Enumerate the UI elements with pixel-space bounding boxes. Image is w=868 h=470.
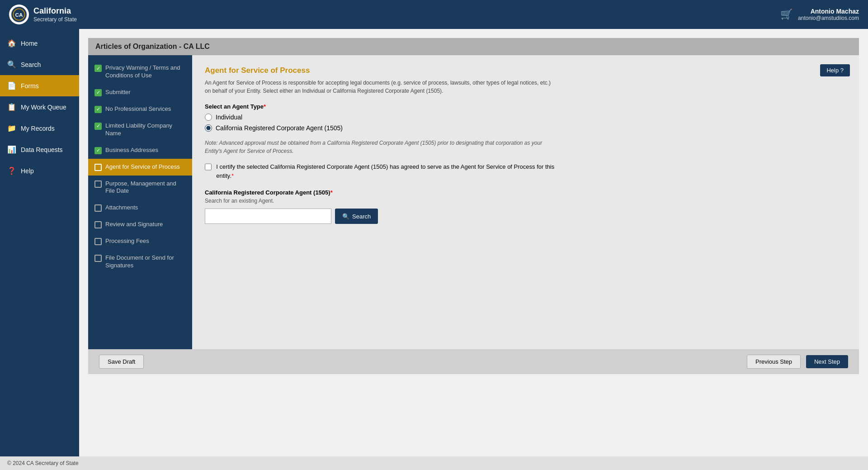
agent-search-input[interactable]	[205, 209, 331, 224]
step-attachments[interactable]: Attachments	[88, 199, 192, 216]
step-checkbox-llc-name: ✓	[94, 123, 102, 130]
org-subtitle: Secretary of State	[33, 16, 77, 23]
sidebar-label-forms: Forms	[21, 82, 39, 90]
logo-circle: CA	[9, 5, 29, 24]
step-processing-fees[interactable]: Processing Fees	[88, 233, 192, 250]
page-title: Articles of Organization - CA LLC	[95, 43, 210, 50]
step-checkbox-processing-fees	[94, 238, 102, 245]
step-label-privacy: Privacy Warning / Terms and Conditions o…	[105, 64, 186, 80]
agent-field-label: California Registered Corporate Agent (1…	[205, 189, 846, 196]
sidebar: 🏠 Home 🔍 Search 📄 Forms 📋 My Work Queue …	[0, 29, 79, 456]
step-label-review-signature: Review and Signature	[105, 221, 163, 228]
agent-search-row: 🔍 Search	[205, 209, 846, 224]
sidebar-label-data-requests: Data Requests	[21, 146, 63, 153]
step-label-processing-fees: Processing Fees	[105, 237, 149, 245]
header-user: 🛒 Antonio Machaz antonio@amstudiios.com	[780, 8, 859, 21]
sidebar-label-help: Help	[21, 167, 34, 175]
sidebar-item-forms[interactable]: 📄 Forms	[0, 75, 79, 96]
step-checkbox-review-signature	[94, 221, 102, 228]
radio-corp-agent-input[interactable]	[205, 124, 212, 132]
sidebar-item-search[interactable]: 🔍 Search	[0, 54, 79, 75]
user-info: Antonio Machaz antonio@amstudiios.com	[798, 8, 859, 21]
sidebar-label-search: Search	[21, 61, 41, 68]
step-checkbox-submitter: ✓	[94, 89, 102, 96]
steps-sidebar: ✓ Privacy Warning / Terms and Conditions…	[88, 55, 192, 349]
step-checkbox-attachments	[94, 204, 102, 212]
certify-text: I certify the selected California Regist…	[216, 162, 557, 180]
radio-individual[interactable]: Individual	[205, 114, 846, 121]
agent-search-button[interactable]: 🔍 Search	[335, 209, 378, 224]
nav-buttons: Previous Step Next Step	[747, 355, 848, 369]
layout: 🏠 Home 🔍 Search 📄 Forms 📋 My Work Queue …	[0, 29, 868, 456]
help-button[interactable]: Help ?	[820, 64, 850, 76]
step-label-llc-name: Limited Liability Company Name	[105, 122, 186, 138]
step-label-submitter: Submitter	[105, 89, 131, 96]
step-privacy[interactable]: ✓ Privacy Warning / Terms and Conditions…	[88, 60, 192, 84]
certify-required: *	[231, 172, 234, 179]
user-email: antonio@amstudiios.com	[798, 15, 859, 21]
cart-icon[interactable]: 🛒	[780, 9, 793, 20]
agent-type-required: *	[264, 103, 266, 110]
step-label-file-document: File Document or Send for Signatures	[105, 254, 186, 270]
step-checkbox-purpose	[94, 180, 102, 188]
step-label-business-addresses: Business Addresses	[105, 147, 158, 154]
work-queue-icon: 📋	[7, 103, 16, 111]
sidebar-label-work-queue: My Work Queue	[21, 104, 66, 111]
step-checkbox-agent-for-service	[94, 164, 102, 171]
footer: © 2024 CA Secretary of State	[0, 456, 868, 470]
sidebar-item-work-queue[interactable]: 📋 My Work Queue	[0, 96, 79, 118]
save-draft-button[interactable]: Save Draft	[99, 355, 144, 369]
step-submitter[interactable]: ✓ Submitter	[88, 84, 192, 101]
radio-corp-agent[interactable]: California Registered Corporate Agent (1…	[205, 124, 846, 132]
bottom-bar: Save Draft Previous Step Next Step	[88, 349, 859, 374]
org-title: California	[33, 6, 77, 16]
step-agent-for-service[interactable]: Agent for Service of Process	[88, 159, 192, 176]
certify-row: I certify the selected California Regist…	[205, 162, 557, 180]
sidebar-item-records[interactable]: 📁 My Records	[0, 118, 79, 139]
section-desc: An Agent for Service of Process is respo…	[205, 79, 557, 95]
search-btn-icon: 🔍	[342, 213, 349, 220]
search-icon: 🔍	[7, 60, 16, 69]
certify-checkbox[interactable]	[205, 163, 212, 171]
form-area: Help ? Agent for Service of Process An A…	[192, 55, 859, 349]
previous-step-button[interactable]: Previous Step	[747, 355, 801, 369]
header-logo-text: California Secretary of State	[33, 6, 77, 23]
step-checkbox-privacy: ✓	[94, 65, 102, 72]
header: CA California Secretary of State 🛒 Anton…	[0, 0, 868, 29]
step-business-addresses[interactable]: ✓ Business Addresses	[88, 142, 192, 159]
records-icon: 📁	[7, 124, 16, 133]
step-checkbox-business-addresses: ✓	[94, 147, 102, 154]
content-area: ✓ Privacy Warning / Terms and Conditions…	[88, 55, 859, 349]
step-no-prof-services[interactable]: ✓ No Professional Services	[88, 101, 192, 118]
note-text: Note: Advanced approval must be obtained…	[205, 139, 557, 155]
agent-type-label: Select an Agent Type*	[205, 103, 846, 110]
sidebar-label-home: Home	[21, 40, 38, 47]
radio-individual-input[interactable]	[205, 114, 212, 121]
page-title-bar: Articles of Organization - CA LLC	[88, 38, 859, 55]
header-logo: CA California Secretary of State	[9, 5, 77, 24]
step-review-signature[interactable]: Review and Signature	[88, 216, 192, 233]
step-purpose[interactable]: Purpose, Management and File Date	[88, 176, 192, 200]
sidebar-item-data-requests[interactable]: 📊 Data Requests	[0, 139, 79, 160]
step-label-agent-for-service: Agent for Service of Process	[105, 163, 180, 171]
agent-type-radio-group: Individual California Registered Corpora…	[205, 114, 846, 132]
radio-individual-label: Individual	[216, 114, 242, 121]
section-title: Agent for Service of Process	[205, 66, 846, 75]
step-llc-name[interactable]: ✓ Limited Liability Company Name	[88, 118, 192, 142]
forms-icon: 📄	[7, 81, 16, 90]
user-name: Antonio Machaz	[798, 8, 859, 15]
footer-text: © 2024 CA Secretary of State	[7, 460, 79, 466]
step-label-no-prof-services: No Professional Services	[105, 105, 171, 113]
help-icon: ❓	[7, 166, 16, 175]
data-requests-icon: 📊	[7, 145, 16, 154]
step-label-attachments: Attachments	[105, 204, 138, 212]
step-label-purpose: Purpose, Management and File Date	[105, 180, 186, 195]
sidebar-item-home[interactable]: 🏠 Home	[0, 33, 79, 54]
agent-field-required: *	[330, 189, 333, 196]
step-file-document[interactable]: File Document or Send for Signatures	[88, 250, 192, 274]
svg-text:CA: CA	[15, 12, 23, 18]
next-step-button[interactable]: Next Step	[806, 355, 848, 368]
main-content: Articles of Organization - CA LLC ✓ Priv…	[79, 29, 868, 456]
home-icon: 🏠	[7, 39, 16, 47]
sidebar-item-help[interactable]: ❓ Help	[0, 160, 79, 181]
